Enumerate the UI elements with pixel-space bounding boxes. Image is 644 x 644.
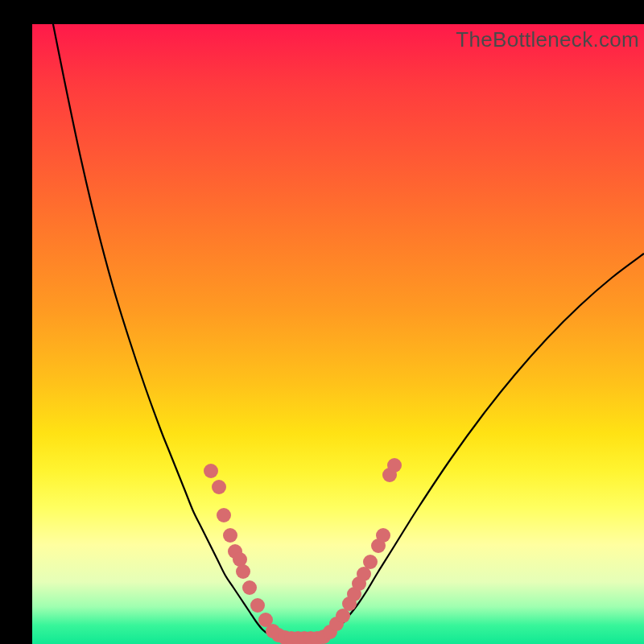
curve-layer bbox=[32, 24, 644, 644]
curve-group bbox=[48, 24, 644, 638]
dot-group bbox=[204, 458, 402, 644]
data-marker bbox=[217, 508, 231, 522]
data-marker bbox=[236, 564, 250, 579]
data-marker bbox=[376, 528, 390, 543]
data-marker bbox=[212, 480, 226, 494]
bottleneck-curve bbox=[48, 24, 644, 638]
plot-area: TheBottleneck.com bbox=[32, 24, 644, 644]
chart-frame: TheBottleneck.com bbox=[0, 0, 644, 644]
data-marker bbox=[387, 458, 402, 473]
data-marker bbox=[250, 598, 265, 613]
data-marker bbox=[363, 555, 378, 569]
data-marker bbox=[242, 580, 257, 595]
data-marker bbox=[223, 528, 237, 543]
data-marker bbox=[204, 464, 218, 478]
